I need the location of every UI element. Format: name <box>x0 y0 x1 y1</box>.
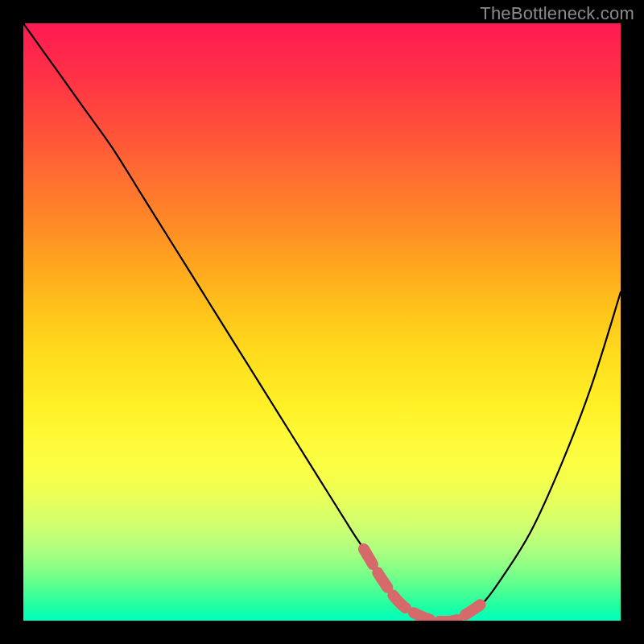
watermark-text: TheBottleneck.com <box>480 3 634 24</box>
chart-frame: TheBottleneck.com <box>0 0 644 644</box>
curve-svg <box>23 23 621 621</box>
bottleneck-curve <box>23 23 621 621</box>
highlight-band <box>364 549 483 621</box>
plot-area <box>23 23 621 621</box>
